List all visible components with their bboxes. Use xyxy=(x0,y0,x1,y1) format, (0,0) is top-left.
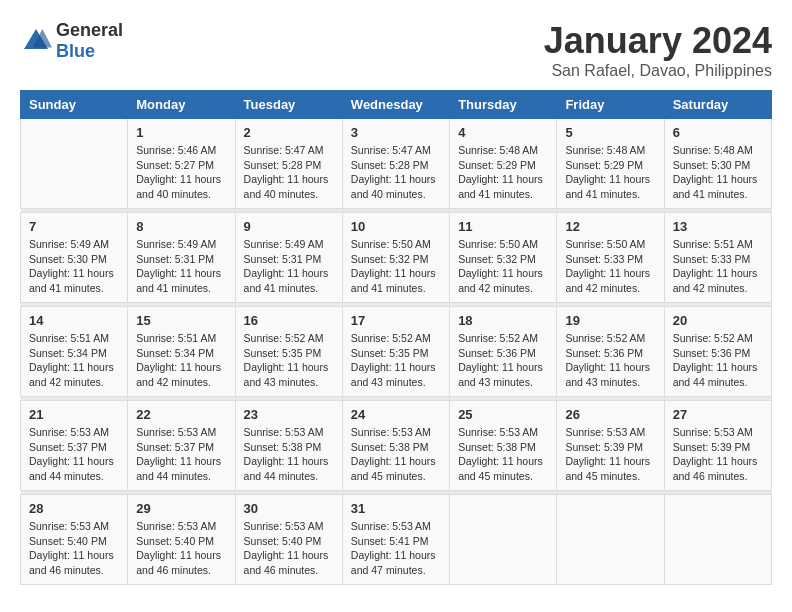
header-friday: Friday xyxy=(557,91,664,119)
day-info: Sunrise: 5:53 AMSunset: 5:38 PMDaylight:… xyxy=(458,425,548,484)
calendar-cell: 8Sunrise: 5:49 AMSunset: 5:31 PMDaylight… xyxy=(128,213,235,303)
header-sunday: Sunday xyxy=(21,91,128,119)
calendar-cell: 19Sunrise: 5:52 AMSunset: 5:36 PMDayligh… xyxy=(557,307,664,397)
day-info: Sunrise: 5:49 AMSunset: 5:31 PMDaylight:… xyxy=(244,237,334,296)
day-info: Sunrise: 5:52 AMSunset: 5:36 PMDaylight:… xyxy=(458,331,548,390)
main-title: January 2024 xyxy=(544,20,772,62)
day-number: 15 xyxy=(136,313,226,328)
logo-text: General Blue xyxy=(56,20,123,62)
logo-general: General xyxy=(56,20,123,40)
day-info: Sunrise: 5:49 AMSunset: 5:31 PMDaylight:… xyxy=(136,237,226,296)
calendar-cell: 21Sunrise: 5:53 AMSunset: 5:37 PMDayligh… xyxy=(21,401,128,491)
day-number: 6 xyxy=(673,125,763,140)
day-info: Sunrise: 5:46 AMSunset: 5:27 PMDaylight:… xyxy=(136,143,226,202)
calendar-cell: 2Sunrise: 5:47 AMSunset: 5:28 PMDaylight… xyxy=(235,119,342,209)
subtitle: San Rafael, Davao, Philippines xyxy=(544,62,772,80)
logo-icon xyxy=(20,25,52,57)
calendar-cell: 14Sunrise: 5:51 AMSunset: 5:34 PMDayligh… xyxy=(21,307,128,397)
header-thursday: Thursday xyxy=(450,91,557,119)
day-number: 5 xyxy=(565,125,655,140)
day-info: Sunrise: 5:53 AMSunset: 5:40 PMDaylight:… xyxy=(136,519,226,578)
title-block: January 2024 San Rafael, Davao, Philippi… xyxy=(544,20,772,80)
day-info: Sunrise: 5:47 AMSunset: 5:28 PMDaylight:… xyxy=(244,143,334,202)
calendar-cell: 13Sunrise: 5:51 AMSunset: 5:33 PMDayligh… xyxy=(664,213,771,303)
day-number: 16 xyxy=(244,313,334,328)
day-info: Sunrise: 5:53 AMSunset: 5:37 PMDaylight:… xyxy=(136,425,226,484)
day-number: 14 xyxy=(29,313,119,328)
day-info: Sunrise: 5:53 AMSunset: 5:39 PMDaylight:… xyxy=(565,425,655,484)
day-number: 10 xyxy=(351,219,441,234)
day-number: 1 xyxy=(136,125,226,140)
day-info: Sunrise: 5:50 AMSunset: 5:33 PMDaylight:… xyxy=(565,237,655,296)
calendar-cell: 5Sunrise: 5:48 AMSunset: 5:29 PMDaylight… xyxy=(557,119,664,209)
day-info: Sunrise: 5:53 AMSunset: 5:38 PMDaylight:… xyxy=(351,425,441,484)
calendar-cell: 22Sunrise: 5:53 AMSunset: 5:37 PMDayligh… xyxy=(128,401,235,491)
calendar-cell: 30Sunrise: 5:53 AMSunset: 5:40 PMDayligh… xyxy=(235,495,342,585)
calendar-week-row: 21Sunrise: 5:53 AMSunset: 5:37 PMDayligh… xyxy=(21,401,772,491)
calendar-cell: 24Sunrise: 5:53 AMSunset: 5:38 PMDayligh… xyxy=(342,401,449,491)
day-info: Sunrise: 5:51 AMSunset: 5:34 PMDaylight:… xyxy=(29,331,119,390)
header-wednesday: Wednesday xyxy=(342,91,449,119)
calendar-cell: 9Sunrise: 5:49 AMSunset: 5:31 PMDaylight… xyxy=(235,213,342,303)
calendar-cell: 6Sunrise: 5:48 AMSunset: 5:30 PMDaylight… xyxy=(664,119,771,209)
header-tuesday: Tuesday xyxy=(235,91,342,119)
calendar-cell xyxy=(450,495,557,585)
day-info: Sunrise: 5:52 AMSunset: 5:35 PMDaylight:… xyxy=(244,331,334,390)
calendar-cell: 27Sunrise: 5:53 AMSunset: 5:39 PMDayligh… xyxy=(664,401,771,491)
day-info: Sunrise: 5:53 AMSunset: 5:39 PMDaylight:… xyxy=(673,425,763,484)
calendar-week-row: 14Sunrise: 5:51 AMSunset: 5:34 PMDayligh… xyxy=(21,307,772,397)
calendar-header: Sunday Monday Tuesday Wednesday Thursday… xyxy=(21,91,772,119)
header-monday: Monday xyxy=(128,91,235,119)
calendar-cell: 16Sunrise: 5:52 AMSunset: 5:35 PMDayligh… xyxy=(235,307,342,397)
day-number: 9 xyxy=(244,219,334,234)
logo: General Blue xyxy=(20,20,123,62)
day-number: 28 xyxy=(29,501,119,516)
calendar-cell: 12Sunrise: 5:50 AMSunset: 5:33 PMDayligh… xyxy=(557,213,664,303)
day-info: Sunrise: 5:51 AMSunset: 5:33 PMDaylight:… xyxy=(673,237,763,296)
header-saturday: Saturday xyxy=(664,91,771,119)
day-number: 8 xyxy=(136,219,226,234)
day-info: Sunrise: 5:51 AMSunset: 5:34 PMDaylight:… xyxy=(136,331,226,390)
logo-blue: Blue xyxy=(56,41,95,61)
calendar-cell: 23Sunrise: 5:53 AMSunset: 5:38 PMDayligh… xyxy=(235,401,342,491)
calendar-cell: 29Sunrise: 5:53 AMSunset: 5:40 PMDayligh… xyxy=(128,495,235,585)
calendar-cell: 10Sunrise: 5:50 AMSunset: 5:32 PMDayligh… xyxy=(342,213,449,303)
day-number: 23 xyxy=(244,407,334,422)
day-number: 30 xyxy=(244,501,334,516)
day-number: 29 xyxy=(136,501,226,516)
day-number: 25 xyxy=(458,407,548,422)
day-number: 3 xyxy=(351,125,441,140)
calendar-cell: 3Sunrise: 5:47 AMSunset: 5:28 PMDaylight… xyxy=(342,119,449,209)
day-number: 21 xyxy=(29,407,119,422)
calendar-body: 1Sunrise: 5:46 AMSunset: 5:27 PMDaylight… xyxy=(21,119,772,585)
day-number: 26 xyxy=(565,407,655,422)
page-header: General Blue January 2024 San Rafael, Da… xyxy=(20,20,772,80)
day-info: Sunrise: 5:53 AMSunset: 5:40 PMDaylight:… xyxy=(244,519,334,578)
calendar-cell: 31Sunrise: 5:53 AMSunset: 5:41 PMDayligh… xyxy=(342,495,449,585)
calendar-cell xyxy=(557,495,664,585)
day-number: 12 xyxy=(565,219,655,234)
day-info: Sunrise: 5:53 AMSunset: 5:40 PMDaylight:… xyxy=(29,519,119,578)
calendar-week-row: 1Sunrise: 5:46 AMSunset: 5:27 PMDaylight… xyxy=(21,119,772,209)
day-number: 18 xyxy=(458,313,548,328)
day-info: Sunrise: 5:52 AMSunset: 5:36 PMDaylight:… xyxy=(565,331,655,390)
day-number: 17 xyxy=(351,313,441,328)
day-number: 19 xyxy=(565,313,655,328)
calendar-cell: 17Sunrise: 5:52 AMSunset: 5:35 PMDayligh… xyxy=(342,307,449,397)
calendar-cell: 7Sunrise: 5:49 AMSunset: 5:30 PMDaylight… xyxy=(21,213,128,303)
calendar-week-row: 28Sunrise: 5:53 AMSunset: 5:40 PMDayligh… xyxy=(21,495,772,585)
day-info: Sunrise: 5:53 AMSunset: 5:41 PMDaylight:… xyxy=(351,519,441,578)
calendar-week-row: 7Sunrise: 5:49 AMSunset: 5:30 PMDaylight… xyxy=(21,213,772,303)
day-info: Sunrise: 5:52 AMSunset: 5:35 PMDaylight:… xyxy=(351,331,441,390)
day-number: 20 xyxy=(673,313,763,328)
day-info: Sunrise: 5:49 AMSunset: 5:30 PMDaylight:… xyxy=(29,237,119,296)
day-info: Sunrise: 5:52 AMSunset: 5:36 PMDaylight:… xyxy=(673,331,763,390)
calendar-cell: 26Sunrise: 5:53 AMSunset: 5:39 PMDayligh… xyxy=(557,401,664,491)
calendar-cell xyxy=(21,119,128,209)
day-number: 27 xyxy=(673,407,763,422)
day-number: 7 xyxy=(29,219,119,234)
day-info: Sunrise: 5:50 AMSunset: 5:32 PMDaylight:… xyxy=(458,237,548,296)
day-info: Sunrise: 5:53 AMSunset: 5:37 PMDaylight:… xyxy=(29,425,119,484)
day-number: 2 xyxy=(244,125,334,140)
day-number: 11 xyxy=(458,219,548,234)
